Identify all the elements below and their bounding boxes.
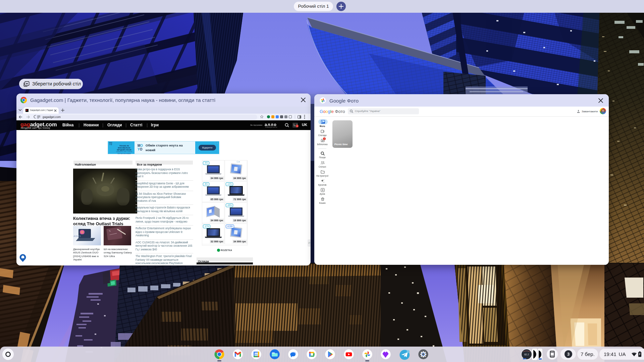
svg-text:31: 31 — [255, 353, 258, 356]
svg-text:82.2: 82.2 — [524, 353, 529, 356]
